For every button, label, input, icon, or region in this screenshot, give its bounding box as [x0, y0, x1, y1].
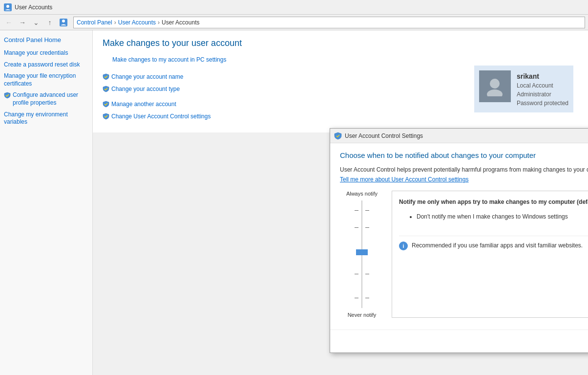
svg-point-3	[62, 20, 65, 22]
tick-4-right	[365, 298, 369, 298]
uac-dialog: User Account Control Settings — □ Choose…	[330, 128, 588, 353]
tick-1-right	[365, 210, 369, 211]
sidebar-link-env-variables-label: Change my environment variables	[4, 111, 88, 126]
action-link-type-label: Change your account type	[111, 86, 180, 92]
tick-2-right	[365, 227, 369, 228]
recent-button[interactable]: ⌄	[30, 17, 42, 28]
shield-icon-1	[4, 92, 11, 99]
svg-point-4	[490, 79, 500, 88]
manage-another-account-label: Manage another account	[111, 101, 176, 108]
sidebar-home-link[interactable]: Control Panel Home	[4, 36, 88, 44]
sidebar-link-advanced-profile[interactable]: Configure advanced user profile properti…	[4, 91, 88, 107]
shield-icon-manage	[103, 101, 109, 108]
sidebar-link-env-variables[interactable]: Change my environment variables	[4, 111, 88, 126]
slider-bottom-label: Never notify	[348, 312, 377, 318]
nav-icon	[58, 17, 69, 28]
user-role-1: Local Account	[517, 81, 568, 90]
breadcrumb-current: User Accounts	[162, 19, 199, 26]
slider-visual	[347, 200, 377, 308]
change-uac-settings-link[interactable]: Change User Account Control settings	[103, 112, 578, 120]
user-name: srikant	[517, 72, 568, 80]
dialog-title-text: User Account Control Settings	[345, 132, 588, 139]
tick-4	[355, 298, 369, 298]
breadcrumb-bar: Control Panel › User Accounts › User Acc…	[73, 17, 585, 28]
user-role-3: Password protected	[517, 99, 568, 108]
back-button[interactable]: ←	[3, 17, 15, 28]
info-icon: i	[399, 242, 408, 250]
info-panel: Notify me only when apps try to make cha…	[392, 191, 588, 318]
avatar	[479, 70, 511, 102]
change-uac-settings-label: Change User Account Control settings	[111, 113, 210, 120]
slider-container: Always notify	[340, 191, 384, 318]
sidebar-link-file-encryption-label: Manage your file encryption certificates	[4, 72, 88, 88]
content-wrapper: Make changes to your user account Make c…	[93, 30, 588, 375]
main-container: Control Panel Home Manage your credentia…	[0, 30, 588, 375]
slider-section: Always notify	[340, 191, 588, 318]
tick-1-left	[355, 210, 358, 211]
tick-2	[355, 227, 369, 228]
tick-4-left	[355, 298, 358, 298]
title-bar: User Accounts	[0, 0, 588, 15]
info-note-text: Recommended if you use familiar apps and…	[412, 241, 583, 250]
page-title: Make changes to your user account	[103, 38, 578, 48]
user-card: srikant Local Account Administrator Pass…	[474, 66, 573, 112]
dialog-footer: OK Cancel	[330, 330, 588, 353]
sidebar-link-password-reset[interactable]: Create a password reset disk	[4, 61, 88, 69]
dialog-body: Choose when to be notified about changes…	[330, 143, 588, 326]
slider-thumb[interactable]	[356, 249, 368, 255]
forward-button[interactable]: →	[17, 17, 28, 28]
tick-3-right	[365, 274, 369, 274]
shield-icon-name	[103, 73, 109, 80]
title-bar-text: User Accounts	[15, 4, 52, 11]
svg-point-1	[6, 5, 9, 8]
shield-icon-type	[103, 86, 109, 92]
tick-3-left	[355, 274, 358, 274]
slider-top-label: Always notify	[346, 191, 378, 197]
breadcrumb-sep-2: ›	[158, 19, 160, 26]
user-details: srikant Local Account Administrator Pass…	[517, 70, 568, 108]
info-bullet: Don't notify me when I make changes to W…	[417, 212, 588, 221]
dialog-title-bar: User Account Control Settings — □	[330, 129, 588, 143]
user-role-2: Administrator	[517, 90, 568, 99]
sidebar-link-file-encryption[interactable]: Manage your file encryption certificates	[4, 72, 88, 88]
tick-2-left	[355, 227, 358, 228]
titlebar-icon	[4, 3, 12, 11]
info-note: i Recommended if you use familiar apps a…	[399, 236, 588, 250]
sidebar: Control Panel Home Manage your credentia…	[0, 30, 93, 375]
breadcrumb-sep-1: ›	[114, 19, 116, 26]
up-button[interactable]: ↑	[44, 17, 56, 28]
sidebar-link-password-reset-label: Create a password reset disk	[4, 61, 80, 69]
sidebar-link-advanced-profile-label: Configure advanced user profile properti…	[13, 91, 88, 107]
tick-3	[355, 274, 369, 274]
dialog-heading: Choose when to be notified about changes…	[340, 151, 588, 159]
uac-learn-more-link[interactable]: Tell me more about User Account Control …	[340, 176, 588, 183]
shield-icon-uac	[103, 113, 109, 120]
pc-settings-link[interactable]: Make changes to my account in PC setting…	[112, 56, 578, 63]
breadcrumb-user-accounts-1[interactable]: User Accounts	[118, 19, 156, 26]
info-panel-title: Notify me only when apps try to make cha…	[399, 198, 588, 206]
dialog-description: User Account Control helps prevent poten…	[340, 165, 588, 174]
tick-1	[355, 210, 369, 211]
breadcrumb-control-panel[interactable]: Control Panel	[77, 19, 112, 26]
sidebar-link-credentials-label: Manage your credentials	[4, 49, 68, 57]
svg-point-5	[487, 89, 503, 96]
sidebar-link-credentials[interactable]: Manage your credentials	[4, 49, 88, 57]
dialog-shield-icon	[334, 132, 342, 140]
avatar-icon	[485, 77, 504, 96]
action-link-name-label: Change your account name	[111, 73, 183, 80]
nav-bar: ← → ⌄ ↑ Control Panel › User Accounts › …	[0, 15, 588, 30]
